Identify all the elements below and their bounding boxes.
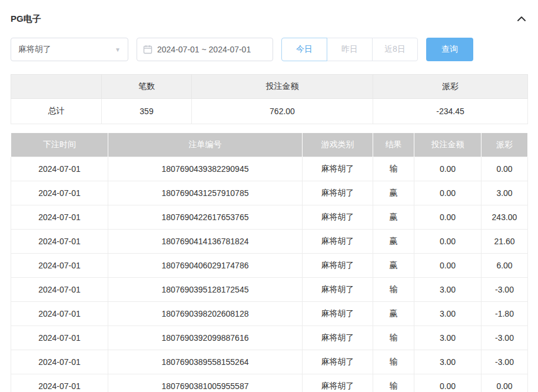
cell-order-id: 1807690395128172545 [108,278,303,302]
cell-bet-amount: 0.00 [414,205,481,230]
cell-order-id: 1807690398202608128 [108,302,303,326]
cell-game-type: 麻将胡了 [303,254,373,278]
cell-bet-time: 2024-07-01 [11,230,108,254]
cell-order-id: 1807690389558155264 [108,350,303,374]
cell-bet-time: 2024-07-01 [11,374,108,392]
cell-game-type: 麻将胡了 [303,157,373,181]
cell-result: 赢 [373,205,414,230]
table-row: 2024-07-01 1807690422617653765 麻将胡了 赢 0.… [11,205,528,230]
date-range-input[interactable]: 2024-07-01 ~ 2024-07-01 [137,38,273,61]
cell-payout: 21.60 [481,230,528,254]
cell-bet-time: 2024-07-01 [11,157,108,181]
summary-table: 笔数 投注金额 派彩 总计 359 762.00 -234.45 [11,74,528,124]
cell-payout: 3.00 [481,181,528,205]
cell-bet-amount: 0.00 [414,374,481,392]
cell-game-type: 麻将胡了 [303,181,373,205]
today-button[interactable]: 今日 [281,38,327,61]
column-header-bet-amount: 投注金额 [414,133,481,157]
cell-bet-time: 2024-07-01 [11,326,108,350]
chevron-down-icon: ▼ [115,46,121,53]
table-row: 2024-07-01 1807690381005955587 麻将胡了 输 0.… [11,374,528,392]
calendar-icon [143,45,152,54]
game-select[interactable]: 麻将胡了 ▼ [11,38,128,61]
cell-game-type: 麻将胡了 [303,326,373,350]
summary-header-count: 笔数 [102,75,192,99]
cell-game-type: 麻将胡了 [303,374,373,392]
last-8-days-button[interactable]: 近8日 [372,38,418,61]
table-row: 2024-07-01 1807690414136781824 麻将胡了 赢 0.… [11,230,528,254]
table-row: 2024-07-01 1807690392099887616 麻将胡了 输 3.… [11,326,528,350]
cell-bet-time: 2024-07-01 [11,181,108,205]
page-title: PG电子 [11,14,41,25]
cell-bet-amount: 0.00 [414,230,481,254]
table-row: 2024-07-01 1807690406029174786 麻将胡了 赢 0.… [11,254,528,278]
cell-game-type: 麻将胡了 [303,350,373,374]
cell-result: 赢 [373,230,414,254]
cell-result: 输 [373,374,414,392]
cell-bet-amount: 3.00 [414,326,481,350]
quick-date-buttons: 今日 昨日 近8日 [281,38,418,61]
pg-panel: PG电子 麻将胡了 ▼ 2024-07-01 ~ 2024-07-01 今日 昨… [0,0,538,392]
cell-bet-amount: 3.00 [414,302,481,326]
cell-payout: -1.80 [481,302,528,326]
summary-header-bet-amount: 投注金额 [192,75,373,99]
column-header-order-id: 注单编号 [108,133,303,157]
game-select-value: 麻将胡了 [18,44,51,55]
summary-header-payout: 派彩 [373,75,528,99]
cell-result: 赢 [373,181,414,205]
cell-game-type: 麻将胡了 [303,230,373,254]
cell-payout: 6.00 [481,254,528,278]
cell-result: 输 [373,326,414,350]
cell-bet-amount: 0.00 [414,254,481,278]
cell-order-id: 1807690439382290945 [108,157,303,181]
summary-total-row: 总计 359 762.00 -234.45 [11,99,528,124]
cell-result: 输 [373,350,414,374]
cell-payout: -3.00 [481,350,528,374]
cell-order-id: 1807690422617653765 [108,205,303,230]
cell-bet-amount: 3.00 [414,278,481,302]
cell-result: 输 [373,157,414,181]
cell-game-type: 麻将胡了 [303,205,373,230]
summary-total-payout: -234.45 [373,99,528,124]
cell-payout: 0.00 [481,374,528,392]
cell-bet-time: 2024-07-01 [11,278,108,302]
table-row: 2024-07-01 1807690389558155264 麻将胡了 输 3.… [11,350,528,374]
panel-header: PG电子 [11,0,527,26]
cell-result: 赢 [373,254,414,278]
summary-header-row: 笔数 投注金额 派彩 [11,75,528,99]
table-row: 2024-07-01 1807690395128172545 麻将胡了 输 3.… [11,278,528,302]
cell-bet-time: 2024-07-01 [11,350,108,374]
column-header-payout: 派彩 [481,133,528,157]
bet-table-header-row: 下注时间 注单编号 游戏类别 结果 投注金额 派彩 [11,133,528,157]
summary-total-label: 总计 [11,99,102,124]
cell-bet-time: 2024-07-01 [11,254,108,278]
table-row: 2024-07-01 1807690398202608128 麻将胡了 赢 3.… [11,302,528,326]
chevron-up-icon[interactable] [516,13,527,25]
cell-bet-time: 2024-07-01 [11,302,108,326]
column-header-bet-time: 下注时间 [11,133,108,157]
bet-table: 下注时间 注单编号 游戏类别 结果 投注金额 派彩 2024-07-01 180… [11,132,528,392]
column-header-result: 结果 [373,133,414,157]
cell-bet-amount: 0.00 [414,181,481,205]
table-row: 2024-07-01 1807690439382290945 麻将胡了 输 0.… [11,157,528,181]
cell-order-id: 1807690381005955587 [108,374,303,392]
summary-total-bet-amount: 762.00 [192,99,373,124]
cell-order-id: 1807690406029174786 [108,254,303,278]
cell-payout: 243.00 [481,205,528,230]
cell-order-id: 1807690414136781824 [108,230,303,254]
cell-game-type: 麻将胡了 [303,278,373,302]
cell-result: 输 [373,278,414,302]
summary-total-count: 359 [102,99,192,124]
cell-bet-time: 2024-07-01 [11,205,108,230]
cell-order-id: 1807690392099887616 [108,326,303,350]
cell-game-type: 麻将胡了 [303,302,373,326]
summary-header-blank [11,75,102,99]
filter-bar: 麻将胡了 ▼ 2024-07-01 ~ 2024-07-01 今日 昨日 近8日… [11,38,527,61]
table-row: 2024-07-01 1807690431257910785 麻将胡了 赢 0.… [11,181,528,205]
cell-order-id: 1807690431257910785 [108,181,303,205]
cell-payout: 0.00 [481,157,528,181]
yesterday-button[interactable]: 昨日 [327,38,373,61]
cell-payout: -3.00 [481,278,528,302]
search-button[interactable]: 查询 [426,38,473,61]
cell-bet-amount: 3.00 [414,350,481,374]
